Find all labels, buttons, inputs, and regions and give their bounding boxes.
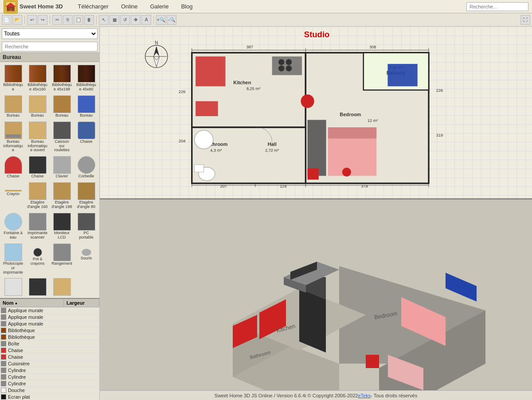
list-item[interactable]: Applique murale — [0, 314, 99, 321]
list-item[interactable]: Douche — [0, 387, 99, 394]
list-item[interactable]: Cylindre — [0, 380, 99, 387]
list-item[interactable]: Corbeille — [75, 155, 98, 180]
footer-link[interactable]: eTeks — [358, 393, 371, 398]
list-item[interactable]: Moniteur LCD — [51, 212, 73, 241]
list-item[interactable]: Cylindre — [0, 374, 99, 380]
open-button[interactable]: 📂 — [12, 15, 22, 25]
list-item[interactable]: Etagère d'angle 160 — [26, 181, 49, 210]
sort-icon: ▲ — [14, 301, 18, 305]
item-icon — [1, 321, 6, 326]
svg-point-43 — [278, 65, 284, 71]
furniture-thumb — [29, 182, 47, 200]
list-item[interactable]: Bibliothèque — [0, 327, 99, 334]
zoom-in-button[interactable]: +🔍 — [156, 15, 166, 25]
list-item[interactable]: Bibliothèque 45x198 — [51, 64, 73, 93]
list-item[interactable]: Cuisinière — [0, 361, 99, 367]
list-item[interactable]: Chaise — [75, 121, 98, 154]
list-item[interactable]: Clavier — [51, 155, 73, 180]
list-item[interactable]: Chaise — [2, 155, 24, 180]
menu-telecharger[interactable]: Télécharger — [76, 2, 110, 11]
list-item[interactable]: Bureau informatique — [2, 121, 24, 154]
list-item[interactable]: Boîte — [0, 341, 99, 347]
list-item[interactable]: Fontaine à eau — [2, 212, 24, 241]
furniture-label: Fontaine à eau — [3, 231, 23, 240]
paste-button[interactable]: 📋 — [74, 15, 83, 25]
furniture-thumb — [53, 213, 71, 231]
toolbar-separator-2 — [50, 16, 50, 24]
item-icon — [1, 368, 6, 373]
furniture-thumb — [78, 122, 95, 139]
svg-text:319: 319 — [436, 133, 443, 137]
fullscreen-button[interactable]: ⛶ — [520, 15, 530, 25]
list-item[interactable]: Chaise — [26, 155, 49, 180]
list-item[interactable]: Etagère d'angle 80 — [75, 181, 98, 210]
view-3d[interactable]: Kitchen Bedroom Bathroom — [100, 200, 532, 390]
list-item[interactable]: Chaise — [0, 354, 99, 361]
furniture-grid-area: Bureau Bibliothèque Bibliothèque 45x160 … — [0, 52, 99, 298]
category-dropdown[interactable]: Toutes Bureau Cuisine Salon Chambre Sall… — [2, 28, 98, 39]
list-item[interactable]: Bibliothèque 45x80 — [75, 64, 98, 93]
furniture-label: PC portable — [76, 231, 97, 240]
list-item[interactable]: PC portable — [75, 212, 98, 241]
list-item[interactable]: Imprimante scanner — [26, 212, 49, 241]
list-item[interactable]: Bureau informatique ouvert — [26, 121, 49, 154]
column-header-name[interactable]: Nom ▲ — [0, 299, 64, 307]
undo-button[interactable]: ↩ — [27, 15, 37, 25]
list-item[interactable]: Bureau — [51, 94, 73, 119]
move-button[interactable]: ✥ — [131, 15, 141, 25]
furniture-thumb — [78, 156, 95, 174]
panel-search-input[interactable] — [2, 42, 98, 51]
item-icon — [1, 348, 6, 353]
item-icon — [1, 388, 6, 393]
search-input[interactable] — [466, 2, 528, 11]
list-item[interactable]: Etagère d'angle 198 — [51, 181, 73, 210]
menu-online[interactable]: Online — [119, 2, 140, 11]
add-wall-button[interactable]: ▦ — [110, 15, 119, 25]
furniture-thumb — [4, 65, 22, 82]
menu-blog[interactable]: Blog — [179, 2, 194, 11]
svg-text:226: 226 — [179, 90, 185, 94]
furniture-label: Bureau — [80, 114, 93, 118]
zoom-out-button[interactable]: -🔍 — [167, 15, 176, 25]
list-item[interactable]: Photocopieur imprimante — [2, 243, 24, 276]
list-item[interactable]: Chaise — [0, 347, 99, 354]
list-item[interactable]: Applique murale — [0, 321, 99, 327]
svg-text:226: 226 — [436, 88, 443, 93]
list-item[interactable]: Bureau — [2, 94, 24, 119]
list-item[interactable] — [51, 277, 73, 297]
list-item[interactable]: Ecran plat — [0, 394, 99, 400]
svg-point-42 — [286, 59, 292, 65]
bottom-list: Nom ▲ Largeur Applique murale Applique m… — [0, 298, 99, 400]
new-button[interactable]: 📄 — [2, 15, 12, 25]
footer-text-2: - Tous droits réservés — [371, 393, 417, 398]
list-item[interactable]: Souris — [75, 243, 98, 276]
column-header-width[interactable]: Largeur — [64, 299, 99, 307]
delete-button[interactable]: 🗑 — [84, 15, 94, 25]
list-item[interactable]: Pot à crayons — [26, 243, 49, 276]
footer: Sweet Home 3D JS Online / Version 6.6.4i… — [100, 390, 532, 400]
select-button[interactable]: ↖ — [99, 15, 109, 25]
copy-button[interactable]: ⎘ — [63, 15, 73, 25]
item-icon — [1, 308, 6, 313]
list-item[interactable]: Cylindre — [0, 367, 99, 374]
list-item[interactable] — [26, 277, 49, 297]
list-item[interactable]: Bibliothèque — [2, 64, 24, 93]
furniture-label: Etagère d'angle 80 — [76, 200, 97, 209]
cut-button[interactable]: ✂ — [52, 15, 62, 25]
rotate-button[interactable]: ↺ — [120, 15, 130, 25]
list-item[interactable]: Rangement — [51, 243, 73, 276]
list-item[interactable] — [2, 277, 24, 297]
list-item[interactable]: Bureau — [26, 94, 49, 119]
list-item[interactable]: Bibliothèque 45x160 — [26, 64, 49, 93]
list-item[interactable]: Caisson sur roulettes — [51, 121, 73, 154]
view-2d[interactable]: Studio N 387 308 226 — [100, 27, 532, 200]
list-item[interactable]: Bureau — [75, 94, 98, 119]
list-item[interactable]: Bibliothèque — [0, 334, 99, 341]
redo-button[interactable]: ↪ — [38, 15, 47, 25]
menu-galerie[interactable]: Galerie — [149, 2, 171, 11]
text-button[interactable]: A — [141, 15, 151, 25]
list-item[interactable]: Crayon — [2, 181, 24, 210]
furniture-label: Souris — [81, 256, 92, 261]
list-item[interactable]: Applique murale — [0, 307, 99, 314]
furniture-thumb — [29, 122, 47, 139]
